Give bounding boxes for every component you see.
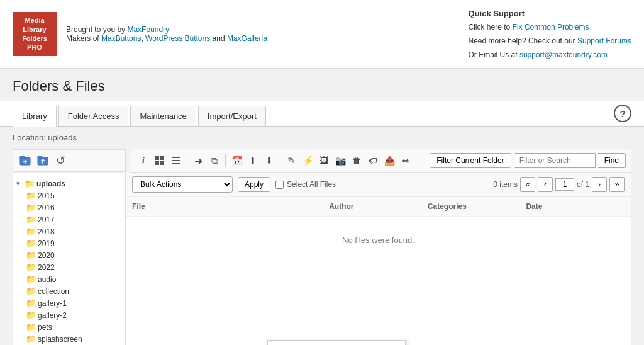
sort-up-icon[interactable]: ⬆ <box>246 154 260 167</box>
maxbuttons-link[interactable]: MaxButtons <box>101 34 141 43</box>
tree-item-collection[interactable]: 📁collection <box>26 285 122 297</box>
refresh-icon[interactable]: ↺ <box>53 154 67 167</box>
filter-search-input[interactable] <box>514 153 596 168</box>
tree-label-gallery-2: gallery-2 <box>38 311 67 320</box>
wp-buttons-link[interactable]: WordPress Buttons <box>145 34 210 43</box>
image-icon[interactable]: 🖼 <box>317 154 331 167</box>
tree-label-gallery-1: gallery-1 <box>38 299 67 308</box>
tag-icon[interactable]: 🏷 <box>366 154 380 167</box>
tab-folder-access[interactable]: Folder Access <box>58 106 129 126</box>
folder-icon-2016: 📁 <box>26 203 36 212</box>
tree-label-uploads: uploads <box>36 179 65 188</box>
edit-icon[interactable]: ✎ <box>284 154 298 167</box>
list-icon[interactable] <box>169 154 183 167</box>
folder-icon-collection: 📁 <box>26 286 36 296</box>
tree-item-2019[interactable]: 📁2019 <box>26 237 122 249</box>
tree-item-gallery-1[interactable]: 📁gallery-1 <box>26 297 122 309</box>
tree-item-2016[interactable]: 📁2016 <box>26 201 122 213</box>
calendar-icon[interactable]: 📅 <box>230 154 243 167</box>
page-title-area: Folders & Files <box>0 69 644 101</box>
pag-next-button[interactable]: › <box>592 177 607 192</box>
tree-label-audio: audio <box>38 275 56 284</box>
folder-icon-2020: 📁 <box>26 251 36 260</box>
tree-label-2019: 2019 <box>38 239 55 248</box>
trash-icon[interactable]: 🗑 <box>350 154 364 167</box>
pag-prev-button[interactable]: ‹ <box>538 177 553 192</box>
logo-box: MediaLibraryFolders PRO <box>13 12 57 56</box>
tab-import-export[interactable]: Import/Export <box>198 106 266 126</box>
col-header-author: Author <box>329 202 428 211</box>
pag-last-button[interactable]: » <box>609 177 625 192</box>
tree-item-audio[interactable]: 📁audio <box>26 273 122 285</box>
header: MediaLibraryFolders PRO Brought to you b… <box>0 0 644 69</box>
select-all-label: Select All Files <box>275 180 336 189</box>
more-help-line: Need more help? Check out our Support Fo… <box>469 35 631 48</box>
brought-by-text: Brought to you by <box>66 25 127 34</box>
tab-maintenance[interactable]: Maintenance <box>130 106 196 126</box>
tree-root-uploads[interactable]: ▾ 📁 uploads <box>16 178 122 189</box>
col-header-file: File <box>132 202 329 211</box>
grid-large-icon[interactable] <box>153 154 167 167</box>
svg-rect-9 <box>155 161 159 165</box>
help-icon[interactable]: ? <box>614 105 631 122</box>
pag-of-text: of 1 <box>577 180 589 189</box>
folder-icon-pets: 📁 <box>26 322 36 332</box>
tree-item-2022[interactable]: 📁2022 <box>26 261 122 273</box>
tree-label-2015: 2015 <box>38 191 55 200</box>
folder-icon-root: 📁 <box>25 179 35 188</box>
tree-item-splashscreen[interactable]: 📁splashscreen <box>26 333 122 345</box>
svg-rect-10 <box>160 161 164 165</box>
bulk-bar: Bulk Actions Bulk Move Playlist Shortcod… <box>126 172 631 197</box>
move-icon[interactable]: ➜ <box>191 154 205 167</box>
tree-label-pets: pets <box>38 323 52 332</box>
maxfoundry-link[interactable]: MaxFoundry <box>127 25 169 34</box>
maxgalleria-link[interactable]: MaxGalleria <box>227 34 267 43</box>
folder-icon-2018: 📁 <box>26 227 36 236</box>
filter-current-folder-button[interactable]: Filter Current Folder <box>430 153 511 168</box>
find-button[interactable]: Find <box>598 153 626 168</box>
fix-problems-link[interactable]: Fix Common Problems <box>513 23 589 31</box>
col-header-date: Date <box>526 202 625 211</box>
pag-page-input[interactable] <box>555 178 574 191</box>
select-all-checkbox[interactable] <box>275 181 284 189</box>
info-icon[interactable]: i <box>136 154 150 167</box>
sort-down-icon[interactable]: ⬇ <box>262 154 276 167</box>
upload-icon[interactable] <box>36 154 50 167</box>
file-table-header: File Author Categories Date <box>126 197 631 217</box>
copy-icon[interactable]: ⧉ <box>208 154 221 167</box>
apply-button[interactable]: Apply <box>238 177 270 192</box>
page-title: Folders & Files <box>13 78 631 94</box>
folder-icon-gallery-1: 📁 <box>26 298 36 308</box>
bulk-actions-select[interactable]: Bulk Actions Bulk Move Playlist Shortcod… <box>132 176 233 193</box>
tree-item-gallery-2[interactable]: 📁gallery-2 <box>26 309 122 321</box>
image2-icon[interactable]: 📷 <box>333 154 347 167</box>
main-content: Location: uploads ↺ <box>0 127 644 345</box>
email-link[interactable]: support@maxfoundry.com <box>519 50 608 59</box>
tree-label-2017: 2017 <box>38 215 55 224</box>
quick-support: Quick Support Click here to Fix Common P… <box>469 6 631 62</box>
svg-rect-13 <box>172 163 180 164</box>
tree-label-2018: 2018 <box>38 227 55 236</box>
fix-problems-line: Click here to Fix Common Problems <box>469 21 631 35</box>
tab-library[interactable]: Library <box>13 106 57 127</box>
folder-icon-2015: 📁 <box>26 191 36 200</box>
merge-icon[interactable]: ⇔ <box>399 154 413 167</box>
dropdown-item-bulk-actions[interactable]: ✓ Bulk Actions <box>268 341 405 345</box>
pag-first-button[interactable]: « <box>520 177 535 192</box>
pagination: 0 items « ‹ of 1 › » <box>493 177 625 192</box>
tree-item-2020[interactable]: 📁2020 <box>26 249 122 261</box>
tree-children: 📁2015 📁2016 📁2017 📁2018 📁2019 📁2020 📁202… <box>16 189 122 345</box>
add-folder-icon[interactable] <box>18 154 32 167</box>
tree-item-2017[interactable]: 📁2017 <box>26 213 122 225</box>
svg-rect-12 <box>172 160 180 161</box>
tagline-line2: Makers of MaxButtons, WordPress Buttons … <box>66 34 267 43</box>
tree-item-2018[interactable]: 📁2018 <box>26 225 122 237</box>
tree-label-2020: 2020 <box>38 251 55 260</box>
folder-icon-2022: 📁 <box>26 263 36 272</box>
tree-item-pets[interactable]: 📁pets <box>26 321 122 333</box>
tagline: Brought to you by MaxFoundry Makers of M… <box>66 25 267 43</box>
export-icon[interactable]: 📤 <box>382 154 396 167</box>
flash-icon[interactable]: ⚡ <box>301 154 314 167</box>
tree-item-2015[interactable]: 📁2015 <box>26 189 122 201</box>
support-forums-link[interactable]: Support Forums <box>577 37 631 45</box>
